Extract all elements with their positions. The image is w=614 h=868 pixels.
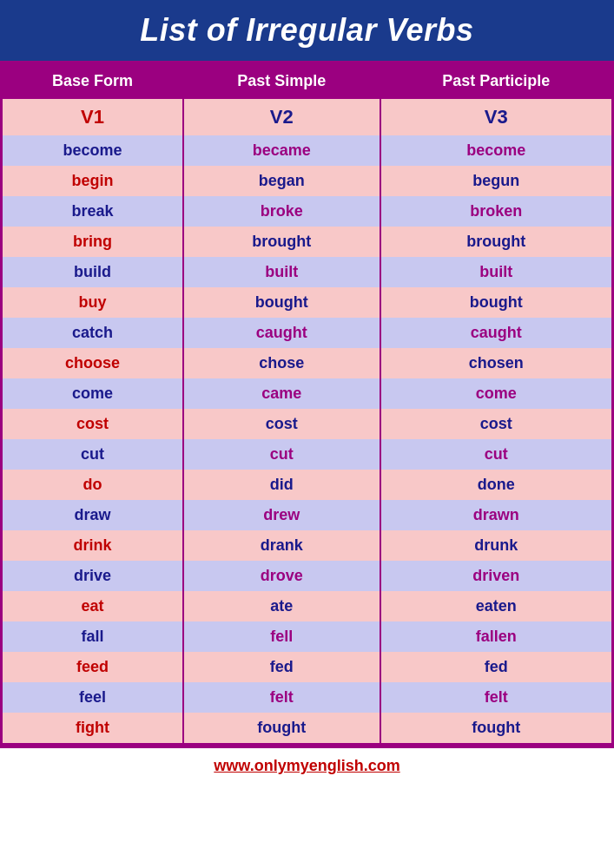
verb-v3: caught [380, 318, 611, 348]
table-row: beginbeganbegun [3, 166, 611, 196]
verb-v2: brought [183, 227, 380, 257]
subheader-v2: V2 [183, 99, 380, 135]
table-row: fightfoughtfought [3, 713, 611, 743]
verb-v2: became [183, 135, 380, 166]
title-bar: List of Irregular Verbs [0, 0, 614, 61]
table-row: buyboughtbought [3, 287, 611, 318]
footer: www.onlymyenglish.com [0, 746, 614, 784]
verb-v3: become [380, 135, 611, 166]
table-row: drivedrovedriven [3, 561, 611, 591]
verb-v3: chosen [380, 348, 611, 378]
verb-v1: buy [3, 287, 183, 318]
col-past-simple: Past Simple [183, 63, 380, 99]
verb-v1: fall [3, 621, 183, 652]
verb-v3: felt [380, 682, 611, 713]
footer-link[interactable]: www.onlymyenglish.com [214, 757, 399, 774]
table-row: bringbroughtbrought [3, 227, 611, 257]
col-base-form: Base Form [3, 63, 183, 99]
table-row: drawdrewdrawn [3, 500, 611, 530]
verb-v3: begun [380, 166, 611, 196]
col-past-participle: Past Participle [380, 63, 611, 99]
table-row: catchcaughtcaught [3, 318, 611, 348]
verb-v1: eat [3, 591, 183, 621]
verbs-table: Base Form Past Simple Past Participle V1… [3, 63, 611, 743]
verb-v1: draw [3, 500, 183, 530]
verb-v3: eaten [380, 591, 611, 621]
table-row: drinkdrankdrunk [3, 530, 611, 561]
verb-v1: become [3, 135, 183, 166]
table-row: feelfeltfelt [3, 682, 611, 713]
verb-v3: done [380, 470, 611, 500]
verb-v3: bought [380, 287, 611, 318]
table-row: breakbrokebroken [3, 196, 611, 227]
verb-v2: began [183, 166, 380, 196]
verb-v3: come [380, 378, 611, 409]
verb-v1: fight [3, 713, 183, 743]
table-row: buildbuiltbuilt [3, 257, 611, 287]
header-row: Base Form Past Simple Past Participle [3, 63, 611, 99]
verb-v2: bought [183, 287, 380, 318]
verb-v3: fed [380, 652, 611, 682]
table-row: choosechosechosen [3, 348, 611, 378]
table-row: dodiddone [3, 470, 611, 500]
verb-v3: broken [380, 196, 611, 227]
verb-v3: drawn [380, 500, 611, 530]
subheader-row: V1 V2 V3 [3, 99, 611, 135]
verb-v2: drank [183, 530, 380, 561]
verb-v1: drive [3, 561, 183, 591]
verb-v3: fought [380, 713, 611, 743]
verb-v2: drew [183, 500, 380, 530]
verb-v2: came [183, 378, 380, 409]
subheader-v3: V3 [380, 99, 611, 135]
verb-v1: break [3, 196, 183, 227]
verb-v2: built [183, 257, 380, 287]
verb-v1: drink [3, 530, 183, 561]
verb-v2: felt [183, 682, 380, 713]
verb-v1: cut [3, 439, 183, 470]
verb-v2: drove [183, 561, 380, 591]
verb-v3: built [380, 257, 611, 287]
verb-v1: choose [3, 348, 183, 378]
verb-v1: cost [3, 409, 183, 439]
verb-v3: driven [380, 561, 611, 591]
table-row: cutcutcut [3, 439, 611, 470]
verb-v2: fell [183, 621, 380, 652]
verb-v1: begin [3, 166, 183, 196]
verb-v1: build [3, 257, 183, 287]
verb-v2: fought [183, 713, 380, 743]
table-row: fallfellfallen [3, 621, 611, 652]
verb-v1: feed [3, 652, 183, 682]
verb-v3: cut [380, 439, 611, 470]
verb-v2: cut [183, 439, 380, 470]
verb-v1: catch [3, 318, 183, 348]
verb-v3: fallen [380, 621, 611, 652]
page-wrapper: List of Irregular Verbs Base Form Past S… [0, 0, 614, 784]
verb-v2: caught [183, 318, 380, 348]
table-row: comecamecome [3, 378, 611, 409]
verb-v2: ate [183, 591, 380, 621]
verb-v3: cost [380, 409, 611, 439]
table-container: Base Form Past Simple Past Participle V1… [0, 61, 614, 746]
verb-v1: do [3, 470, 183, 500]
verb-v1: feel [3, 682, 183, 713]
table-row: feedfedfed [3, 652, 611, 682]
page-title: List of Irregular Verbs [9, 12, 605, 49]
verb-v2: broke [183, 196, 380, 227]
table-row: costcostcost [3, 409, 611, 439]
table-row: eatateeaten [3, 591, 611, 621]
verb-v1: come [3, 378, 183, 409]
verb-v2: chose [183, 348, 380, 378]
table-row: becomebecamebecome [3, 135, 611, 166]
subheader-v1: V1 [3, 99, 183, 135]
verb-v3: brought [380, 227, 611, 257]
verb-v1: bring [3, 227, 183, 257]
verb-v2: cost [183, 409, 380, 439]
verb-v2: did [183, 470, 380, 500]
verb-v3: drunk [380, 530, 611, 561]
verb-v2: fed [183, 652, 380, 682]
